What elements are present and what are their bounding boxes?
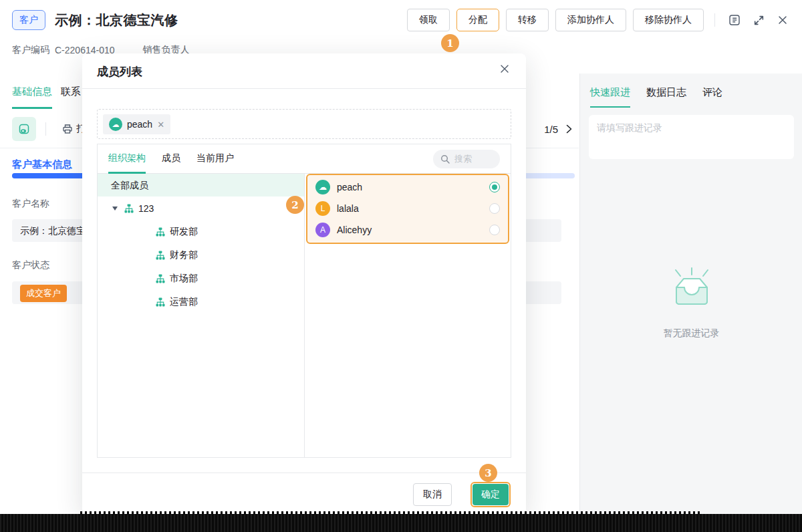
card-view-button[interactable] [12,117,36,141]
tree-item-root[interactable]: 123 [98,196,304,220]
radio-unselected[interactable] [489,225,500,235]
member-picker-panel: 组织架构 成员 当前用户 全部成员 [97,144,511,458]
member-list-pane: ☁ peach L lalala A Alicehyy [305,174,511,457]
member-row-alicehyy[interactable]: A Alicehyy [307,219,508,241]
remove-collaborator-button[interactable]: 移除协作人 [633,9,704,31]
modal-header: 成员列表 [82,53,526,89]
tree-item-label: 运营部 [170,296,198,308]
pagination-count: 1/5 [544,124,558,135]
tree-item-dept[interactable]: 运营部 [98,290,304,313]
add-collaborator-button[interactable]: 添加协作人 [555,9,626,31]
chip-remove-icon[interactable]: ✕ [157,120,164,130]
modal-footer: 取消 确定 [413,482,511,507]
org-chart-icon [156,274,165,283]
printer-icon [62,124,73,134]
tab-quick-follow[interactable]: 快速跟进 [590,86,630,108]
member-search-box[interactable] [433,150,500,168]
tree-item-all-members[interactable]: 全部成员 [98,174,304,196]
empty-state-text: 暂无跟进记录 [580,327,802,340]
confirm-button[interactable]: 确定 [473,484,509,505]
radio-selected[interactable] [489,182,500,192]
card-view-icon [18,123,30,135]
record-pagination: 1/5 [544,124,572,135]
top-bar: 客户 示例：北京德宝汽修 领取 分配 转移 添加协作人 移除协作人 [0,0,802,40]
transfer-button[interactable]: 转移 [506,9,549,31]
member-name: Alicehyy [337,225,372,235]
org-chart-icon [156,297,165,307]
screenshot-torn-edge [0,514,802,532]
log-panel-icon[interactable] [726,11,743,29]
detail-tabs: 基础信息 联系 [12,86,81,109]
tree-item-dept[interactable]: 财务部 [98,243,304,267]
selected-members-input[interactable]: ☁ peach ✕ [97,109,511,139]
tree-item-dept[interactable]: 研发部 [98,220,304,243]
empty-inbox-icon [665,267,718,315]
member-list-modal: 成员列表 ☁ peach ✕ 组织架构 成员 当前用户 [82,53,526,515]
member-row-peach[interactable]: ☁ peach [307,176,508,198]
divider [714,13,715,27]
member-name: peach [337,182,362,192]
customer-status-label: 客户状态 [12,259,49,271]
org-tree-pane: 全部成员 123 研发部 [98,174,305,457]
confirm-button-highlight: 确定 [471,482,511,507]
member-group-highlight: ☁ peach L lalala A Alicehyy [306,174,509,244]
tree-item-label: 财务部 [170,249,198,261]
radio-unselected[interactable] [489,203,500,214]
close-window-icon[interactable] [774,11,791,29]
step-badge-2: 2 [286,196,304,214]
member-name: lalala [337,203,359,214]
top-actions: 领取 分配 转移 添加协作人 移除协作人 [407,9,791,31]
customer-name-label: 客户名称 [12,198,49,210]
modal-close-icon[interactable] [499,63,510,78]
customer-code-label: 客户编码 [12,44,49,56]
org-chart-icon [156,251,165,260]
tab-contacts[interactable]: 联系 [61,86,81,109]
search-icon [440,154,450,164]
tab-current-user[interactable]: 当前用户 [196,144,234,174]
divider [82,473,526,473]
picker-body: 全部成员 123 研发部 [98,174,511,457]
tree-item-label: 123 [138,203,154,214]
assign-button[interactable]: 分配 [456,9,499,31]
caret-down-icon[interactable] [112,207,118,211]
chip-name: peach [127,119,152,130]
modal-title: 成员列表 [97,64,142,80]
customer-type-badge: 客户 [12,10,45,30]
member-row-lalala[interactable]: L lalala [307,198,508,219]
follow-up-sidebar: 快速跟进 数据日志 评论 暂无跟进记录 [579,74,802,515]
claim-button[interactable]: 领取 [407,9,450,31]
tab-basic-info[interactable]: 基础信息 [12,86,52,109]
tab-org-structure[interactable]: 组织架构 [108,144,146,174]
org-chart-icon [156,227,165,237]
tab-data-log[interactable]: 数据日志 [646,86,686,108]
customer-detail-window: 客户 示例：北京德宝汽修 领取 分配 转移 添加协作人 移除协作人 客户编码 C… [0,0,802,532]
selected-member-chip: ☁ peach ✕ [103,114,170,134]
tree-item-label: 市场部 [170,273,198,285]
divider [45,122,46,136]
step-badge-3: 3 [479,464,497,482]
tab-members[interactable]: 成员 [162,144,180,174]
expand-icon[interactable] [750,11,767,29]
picker-tabs: 组织架构 成员 当前用户 [98,144,511,174]
step-badge-1: 1 [441,34,459,52]
sidebar-tabs: 快速跟进 数据日志 评论 [590,86,722,108]
cancel-button[interactable]: 取消 [413,483,452,506]
next-record-icon[interactable] [566,124,572,134]
member-search-input[interactable] [454,154,492,164]
member-avatar: ☁ [315,180,330,194]
member-avatar: A [315,223,330,237]
tab-comments[interactable]: 评论 [702,86,722,108]
page-title: 示例：北京德宝汽修 [55,11,178,29]
follow-up-input[interactable] [589,115,794,159]
empty-state: 暂无跟进记录 [580,267,802,340]
tree-item-dept[interactable]: 市场部 [98,267,304,290]
org-chart-icon [124,204,134,213]
chip-avatar: ☁ [109,118,122,131]
section-title-basic-info: 客户基本信息 [12,158,72,171]
status-badge: 成交客户 [20,285,67,302]
tree-item-label: 研发部 [170,226,198,238]
member-avatar: L [315,201,330,216]
